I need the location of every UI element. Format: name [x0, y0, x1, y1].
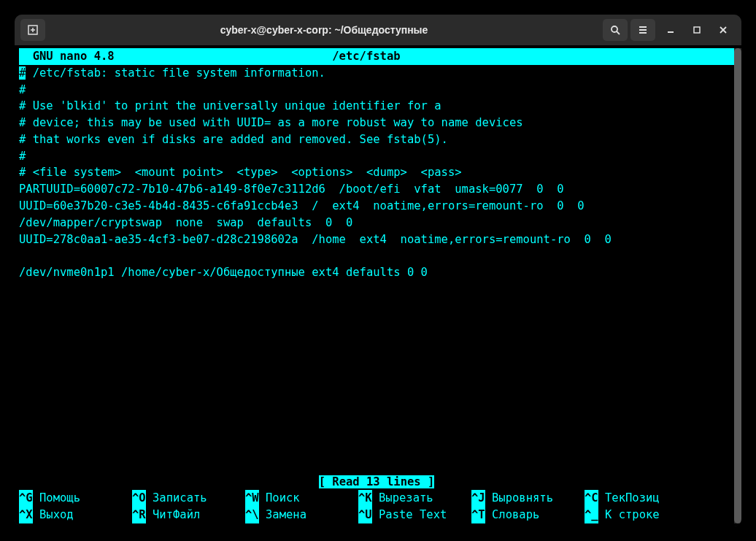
shortcut-key: ^_ [585, 507, 598, 523]
maximize-icon [693, 26, 701, 34]
shortcut-key: ^U [358, 507, 372, 523]
svg-rect-9 [694, 27, 700, 33]
nano-header: GNU nano 4.8 /etc/fstab [19, 48, 734, 65]
close-icon [719, 26, 728, 34]
shortcut-item: ^\ Замена [245, 507, 358, 523]
shortcut-label: Помощь [33, 490, 80, 507]
shortcut-label: ТекПозиц [598, 490, 660, 507]
cursor: # [19, 66, 26, 80]
shortcut-key: ^O [132, 490, 146, 507]
shortcut-help: ^G Помощь^O Записать^W Поиск^K Вырезать^… [19, 490, 734, 523]
nano-app-name: GNU nano 4.8 [19, 50, 115, 63]
search-icon [610, 25, 620, 35]
shortcut-item: ^W Поиск [245, 490, 358, 507]
shortcut-item: ^J Выровнять [471, 490, 585, 507]
shortcut-item: ^X Выход [19, 507, 132, 523]
search-button[interactable] [603, 19, 628, 41]
shortcut-label: К строке [598, 507, 660, 523]
shortcut-item: ^U Paste Text [358, 507, 471, 523]
status-message: [ Read 13 lines ] [319, 475, 435, 488]
minimize-button[interactable] [658, 19, 683, 41]
minimize-icon [666, 26, 675, 34]
svg-point-3 [612, 26, 617, 32]
shortcut-key: ^C [585, 490, 598, 507]
close-button[interactable] [711, 19, 736, 41]
shortcut-key: ^\ [245, 507, 259, 523]
window-title: cyber-x@cyber-x-corp: ~/Общедоступные [48, 24, 600, 36]
shortcut-label: Записать [146, 490, 207, 507]
shortcut-key: ^W [245, 490, 259, 507]
menu-button[interactable] [630, 19, 655, 41]
shortcut-label: Поиск [259, 490, 300, 507]
shortcut-key: ^G [19, 490, 33, 507]
terminal-area[interactable]: GNU nano 4.8 /etc/fstab # /etc/fstab: st… [15, 45, 741, 526]
svg-line-4 [617, 31, 620, 34]
status-line: [ Read 13 lines ] [19, 474, 734, 491]
scroll-thumb[interactable] [734, 48, 741, 523]
terminal-window: cyber-x@cyber-x-corp: ~/Общедоступные GN… [15, 15, 741, 526]
shortcut-label: Paste Text [372, 507, 447, 523]
shortcut-label: Вырезать [372, 490, 433, 507]
shortcut-item: ^_ К строке [585, 507, 698, 523]
window-controls [658, 19, 736, 41]
shortcut-label: Выровнять [485, 490, 553, 507]
titlebar: cyber-x@cyber-x-corp: ~/Общедоступные [15, 15, 741, 45]
shortcut-key: ^K [358, 490, 372, 507]
shortcut-item: ^C ТекПозиц [585, 490, 698, 507]
shortcut-label: Словарь [485, 507, 540, 523]
nano-file-path: /etc/fstab [332, 50, 400, 63]
shortcut-item: ^O Записать [132, 490, 245, 507]
maximize-button[interactable] [684, 19, 709, 41]
scrollbar[interactable] [734, 48, 741, 523]
shortcut-key: ^R [132, 507, 146, 523]
shortcut-label: Выход [33, 507, 74, 523]
editor-content[interactable]: # /etc/fstab: static file system informa… [19, 65, 734, 474]
shortcut-key: ^T [471, 507, 485, 523]
shortcut-label: ЧитФайл [146, 507, 201, 523]
shortcut-item: ^G Помощь [19, 490, 132, 507]
new-tab-button[interactable] [20, 19, 45, 41]
shortcut-key: ^X [19, 507, 33, 523]
shortcut-label: Замена [259, 507, 306, 523]
shortcut-key: ^J [471, 490, 485, 507]
shortcut-item: ^K Вырезать [358, 490, 471, 507]
new-tab-icon [28, 25, 38, 35]
shortcut-item: ^T Словарь [471, 507, 585, 523]
hamburger-icon [638, 25, 648, 35]
shortcut-item: ^R ЧитФайл [132, 507, 245, 523]
